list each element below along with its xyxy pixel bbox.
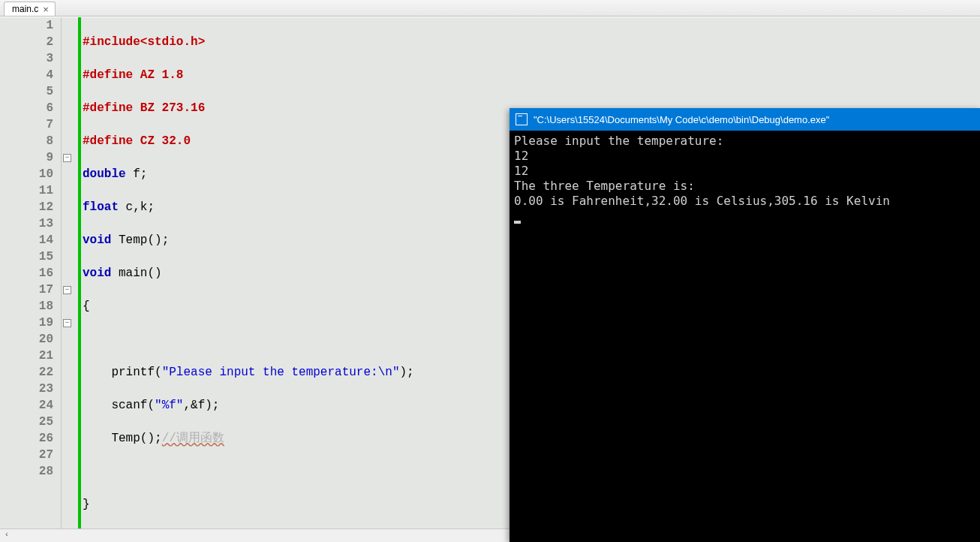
- fold-toggle[interactable]: −: [63, 319, 71, 327]
- preprocessor: #define BZ 273.16: [83, 101, 205, 115]
- console-line: 0.00 is Fahrenheit,32.00 is Celsius,305.…: [514, 194, 975, 209]
- horizontal-scrollbar[interactable]: ‹: [0, 528, 510, 542]
- console-line: The three Temperature is:: [514, 179, 975, 194]
- string: "%f": [155, 399, 183, 412]
- line-number: 9: [0, 149, 53, 166]
- punct: ();: [147, 233, 169, 247]
- line-number: 28: [0, 463, 53, 480]
- line-number: 7: [0, 116, 53, 133]
- console-line: Please input the temperature:: [514, 134, 975, 149]
- function: printf: [111, 366, 155, 379]
- brace: }: [83, 498, 90, 511]
- function: Temp: [111, 432, 140, 445]
- line-number: 6: [0, 100, 53, 116]
- function: Temp: [119, 233, 147, 247]
- console-line: 12: [514, 164, 975, 179]
- line-number: 2: [0, 34, 53, 50]
- punct: (: [155, 366, 162, 379]
- line-number: 23: [0, 381, 53, 397]
- brace: {: [83, 300, 90, 313]
- fold-toggle[interactable]: −: [63, 286, 71, 294]
- rest: ,&f);: [183, 399, 219, 412]
- line-number: 11: [0, 182, 53, 199]
- line-number: 13: [0, 215, 53, 232]
- console-titlebar[interactable]: "C:\Users\15524\Documents\My Code\c\demo…: [510, 108, 980, 131]
- keyword: void: [83, 233, 119, 247]
- line-number: 3: [0, 50, 53, 67]
- function: main: [119, 266, 147, 280]
- identifier: c,k;: [126, 200, 155, 214]
- line-number: 17: [0, 282, 53, 298]
- preprocessor: #define CZ 32.0: [83, 134, 191, 148]
- scroll-left-button[interactable]: ‹: [0, 529, 14, 543]
- punct: );: [399, 366, 413, 379]
- line-number: 15: [0, 248, 53, 265]
- console-output[interactable]: Please input the temperature:1212The thr…: [510, 131, 980, 227]
- fold-toggle[interactable]: −: [63, 154, 71, 162]
- line-number: 25: [0, 414, 53, 430]
- line-number: 16: [0, 265, 53, 282]
- line-number: 20: [0, 331, 53, 348]
- preprocessor: #define AZ 1.8: [83, 68, 183, 82]
- punct: ();: [140, 432, 162, 445]
- preprocessor: #include<stdio.h>: [83, 35, 205, 49]
- line-number-gutter: 1234567891011121314151617181920212223242…: [0, 17, 62, 528]
- fold-margin: − − −: [62, 17, 78, 528]
- line-number: 5: [0, 83, 53, 100]
- string: "Please input the temperature:\n": [162, 366, 400, 379]
- punct: (): [147, 266, 161, 280]
- console-title: "C:\Users\15524\Documents\My Code\c\demo…: [534, 114, 829, 125]
- keyword: double: [83, 167, 133, 181]
- keyword: void: [83, 266, 119, 280]
- punct: (: [147, 399, 155, 412]
- line-number: 26: [0, 430, 53, 447]
- line-number: 4: [0, 67, 53, 83]
- line-number: 1: [0, 17, 53, 34]
- keyword: float: [83, 200, 126, 214]
- tab-bar: main.c ×: [0, 0, 980, 17]
- line-number: 10: [0, 166, 53, 182]
- comment: //调用函数: [162, 432, 224, 445]
- line-number: 12: [0, 199, 53, 215]
- tab-label: main.c: [12, 4, 38, 14]
- terminal-icon: [516, 113, 528, 125]
- function: scanf: [111, 399, 147, 412]
- line-number: 19: [0, 315, 53, 331]
- line-number: 24: [0, 397, 53, 414]
- line-number: 14: [0, 232, 53, 248]
- line-number: 27: [0, 447, 53, 463]
- cursor: [514, 221, 521, 224]
- close-icon[interactable]: ×: [43, 5, 49, 14]
- console-line: 12: [514, 149, 975, 164]
- identifier: f;: [133, 167, 147, 181]
- console-window[interactable]: "C:\Users\15524\Documents\My Code\c\demo…: [510, 108, 980, 542]
- line-number: 8: [0, 133, 53, 149]
- line-number: 21: [0, 348, 53, 364]
- line-number: 22: [0, 364, 53, 381]
- tab-main-c[interactable]: main.c ×: [4, 2, 56, 16]
- line-number: 18: [0, 298, 53, 315]
